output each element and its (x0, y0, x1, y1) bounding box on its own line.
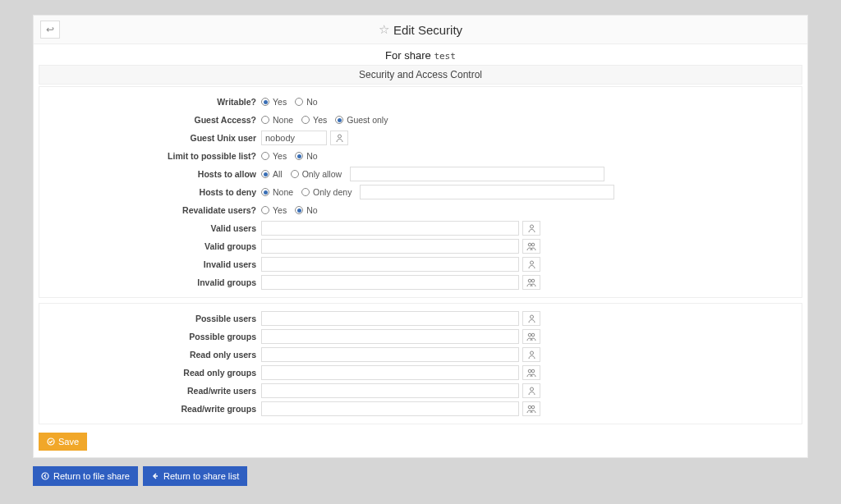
pick-invalid-users-button[interactable] (522, 257, 540, 272)
share-name-bar: For share test (34, 44, 807, 65)
radio-limit-yes[interactable] (261, 152, 269, 160)
input-valid-groups[interactable] (261, 239, 519, 254)
pick-possible-groups-button[interactable] (522, 329, 540, 344)
form-area-1: Writable? Yes No Guest Access? None Yes … (39, 86, 802, 298)
title-bar: ↩ ☆ Edit Security (34, 16, 807, 44)
input-invalid-users[interactable] (261, 257, 519, 272)
input-possible-groups[interactable] (261, 329, 519, 344)
radio-label-no2: No (306, 151, 317, 161)
arrow-left-circle-icon (41, 472, 49, 480)
arrow-left-icon (151, 472, 159, 480)
radio-deny-only[interactable] (301, 188, 310, 196)
pick-valid-users-button[interactable] (522, 221, 540, 236)
svg-point-7 (530, 315, 533, 318)
pick-user-button[interactable] (330, 131, 348, 145)
svg-point-13 (530, 387, 533, 391)
share-name: test (434, 51, 456, 62)
label-hosts-deny: Hosts to deny (39, 187, 261, 197)
input-ro-users[interactable] (261, 347, 519, 362)
footer-buttons: Return to file share Return to share lis… (33, 466, 808, 486)
group-icon (526, 278, 536, 286)
input-hosts-allow[interactable] (350, 167, 604, 181)
section-heading: Security and Access Control (39, 65, 802, 85)
input-invalid-groups[interactable] (261, 275, 519, 290)
pick-rw-users-button[interactable] (522, 383, 540, 398)
radio-guest-yes[interactable] (301, 116, 310, 124)
back-button[interactable]: ↩ (40, 21, 60, 39)
input-guest-unix-user[interactable] (261, 131, 327, 145)
group-icon (526, 242, 536, 250)
radio-allow-all[interactable] (261, 170, 269, 178)
star-icon[interactable]: ☆ (379, 22, 389, 37)
radio-deny-none[interactable] (261, 188, 269, 196)
label-revalidate: Revalidate users? (39, 205, 261, 215)
radio-label-onlydeny: Only deny (313, 187, 352, 197)
radio-guest-only[interactable] (335, 116, 343, 124)
svg-point-12 (531, 369, 535, 373)
svg-point-2 (528, 243, 531, 246)
radio-writable-yes[interactable] (261, 98, 269, 106)
radio-label-no: No (306, 97, 317, 107)
radio-label-guestonly: Guest only (347, 115, 388, 125)
label-rw-groups: Read/write groups (39, 404, 261, 414)
label-possible-users: Possible users (39, 314, 261, 323)
radio-label-no3: No (306, 205, 317, 215)
user-icon (528, 351, 535, 359)
for-share-label: For share (385, 49, 431, 62)
radio-label-none2: None (273, 187, 293, 197)
svg-point-17 (42, 473, 48, 479)
label-guest-unix-user: Guest Unix user (39, 133, 261, 143)
radio-allow-only[interactable] (291, 170, 299, 178)
svg-point-5 (528, 279, 531, 282)
radio-label-onlyallow: Only allow (302, 169, 342, 179)
return-file-share-button[interactable]: Return to file share (33, 466, 138, 486)
svg-point-15 (531, 405, 535, 409)
pick-ro-groups-button[interactable] (522, 365, 540, 380)
user-icon (528, 260, 535, 268)
svg-point-11 (528, 369, 531, 373)
svg-point-1 (530, 225, 533, 228)
user-icon (528, 387, 535, 395)
label-valid-groups: Valid groups (39, 241, 261, 251)
svg-point-14 (528, 405, 531, 409)
pick-ro-users-button[interactable] (522, 347, 540, 362)
input-rw-users[interactable] (261, 383, 519, 398)
label-rw-users: Read/write users (39, 386, 261, 396)
title-text: Edit Security (393, 23, 462, 37)
svg-point-3 (531, 243, 535, 246)
save-button[interactable]: Save (39, 433, 87, 451)
main-panel: ↩ ☆ Edit Security For share test Securit… (33, 15, 808, 458)
input-ro-groups[interactable] (261, 365, 519, 380)
return-file-share-label: Return to file share (53, 471, 130, 481)
radio-writable-no[interactable] (295, 98, 303, 106)
svg-point-0 (338, 135, 341, 138)
return-share-list-button[interactable]: Return to share list (143, 466, 247, 486)
radio-guest-none[interactable] (261, 116, 269, 124)
radio-revalidate-no[interactable] (295, 206, 303, 214)
form-area-2: Possible users Possible groups Read only… (39, 303, 802, 424)
pick-possible-users-button[interactable] (522, 311, 540, 326)
input-rw-groups[interactable] (261, 401, 519, 416)
pick-rw-groups-button[interactable] (522, 401, 540, 416)
user-icon (528, 314, 535, 323)
label-ro-users: Read only users (39, 350, 261, 360)
pick-valid-groups-button[interactable] (522, 239, 540, 254)
radio-label-yes4: Yes (273, 205, 287, 215)
input-valid-users[interactable] (261, 221, 519, 236)
pick-invalid-groups-button[interactable] (522, 275, 540, 290)
label-guest-access: Guest Access? (39, 115, 261, 125)
svg-point-4 (530, 261, 533, 264)
radio-revalidate-yes[interactable] (261, 206, 269, 214)
group-icon (526, 332, 536, 341)
radio-limit-no[interactable] (295, 152, 303, 160)
label-invalid-users: Invalid users (39, 259, 261, 269)
svg-point-10 (530, 351, 533, 355)
back-arrow-icon: ↩ (46, 24, 54, 35)
input-possible-users[interactable] (261, 311, 519, 326)
svg-point-6 (531, 279, 535, 282)
input-hosts-deny[interactable] (360, 185, 614, 199)
save-bar: Save (34, 429, 807, 457)
label-writable: Writable? (39, 97, 261, 107)
page-title: ☆ Edit Security (379, 22, 462, 37)
label-limit-possible: Limit to possible list? (39, 151, 261, 161)
